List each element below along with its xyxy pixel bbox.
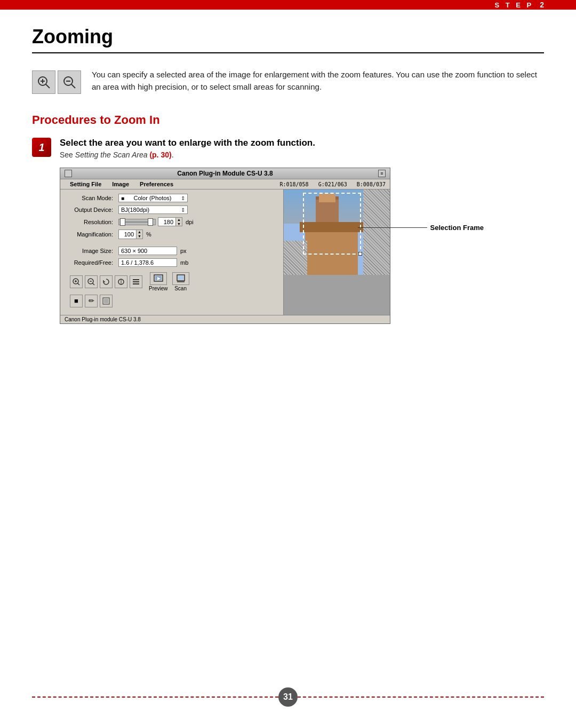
step-1-main-text: Select the area you want to enlarge with… xyxy=(60,138,544,148)
svg-line-1 xyxy=(46,84,50,88)
image-size-value: 630 × 900 xyxy=(121,248,147,254)
resolution-row: Resolution: 180 xyxy=(66,217,278,226)
tool-zoom-out[interactable] xyxy=(85,275,98,288)
resolution-label: Resolution: xyxy=(66,219,116,225)
svg-line-5 xyxy=(71,84,75,88)
zoom-icons xyxy=(32,70,81,94)
resolution-spinner[interactable]: 180 ▲ ▼ xyxy=(158,217,182,226)
procedures-section: Procedures to Zoom In 1 Select the area … xyxy=(32,113,544,324)
step-letters: S T E P xyxy=(494,1,533,9)
zoom-in-icon xyxy=(32,70,55,94)
app-controls: Scan Mode: ■ Color (Photos) ⇕ Ou xyxy=(60,189,283,315)
image-size-unit: px xyxy=(180,248,187,254)
menu-stats: R:018/058 G:021/063 B:008/037 xyxy=(279,181,386,187)
step-1-sub-text: See Setting the Scan Area (p. 30). xyxy=(60,151,544,159)
preview-button-group[interactable]: Preview xyxy=(149,272,168,291)
magnification-down[interactable]: ▼ xyxy=(137,234,142,239)
intro-section: You can specify a selected area of the i… xyxy=(32,68,544,94)
bottom-section: 31 xyxy=(0,687,576,707)
app-toolbar: Preview Scan xyxy=(66,270,278,294)
preview-icon[interactable] xyxy=(150,272,167,285)
required-free-unit: mb xyxy=(180,259,188,266)
required-free-input: 1.6 / 1,378.6 xyxy=(118,258,177,267)
window-zoom-box[interactable]: ≡ xyxy=(378,170,386,177)
dash-right xyxy=(298,697,544,698)
step-1-row: 1 Select the area you want to enlarge wi… xyxy=(32,138,544,324)
svg-rect-26 xyxy=(104,299,108,303)
section-heading: Procedures to Zoom In xyxy=(32,113,544,127)
app-statusbar: Canon Plug-in module CS-U 3.8 xyxy=(60,315,390,323)
svg-line-8 xyxy=(78,283,80,285)
svg-rect-18 xyxy=(133,283,139,284)
magnification-row: Magnification: 100 ▲ ▼ xyxy=(66,230,278,239)
scan-mode-value: Color (Photos) xyxy=(134,195,172,201)
resolution-down[interactable]: ▼ xyxy=(176,222,182,226)
menu-setting-file[interactable]: Setting File xyxy=(65,180,107,188)
step-1-sub-prefix: See xyxy=(60,151,75,159)
resolution-unit: dpi xyxy=(186,219,194,225)
scan-button-group[interactable]: Scan xyxy=(172,272,189,291)
zoom-out-icon xyxy=(58,70,81,94)
intro-text: You can specify a selected area of the i… xyxy=(92,68,544,93)
tool-black[interactable]: ■ xyxy=(70,295,83,307)
app-menubar: Setting File Image Preferences R:018/058… xyxy=(60,179,390,189)
app-window-wrapper: Canon Plug-in Module CS-U 3.8 ≡ Setting … xyxy=(60,168,390,324)
scan-mode-label: Scan Mode: xyxy=(66,195,116,201)
magnification-value: 100 xyxy=(119,231,136,238)
dash-left xyxy=(32,697,278,698)
output-device-input[interactable]: BJ(180dpi) ⇕ xyxy=(118,205,188,214)
tool-mirror[interactable] xyxy=(115,275,127,288)
app-title: Canon Plug-in Module CS-U 3.8 xyxy=(72,170,378,177)
tool-settings[interactable] xyxy=(130,275,142,288)
scan-icon[interactable] xyxy=(172,272,189,285)
stat-g: G:021/063 xyxy=(318,181,347,187)
step-1-content: Select the area you want to enlarge with… xyxy=(60,138,544,324)
stat-b: B:008/037 xyxy=(357,181,386,187)
step-1-sub-italic: Setting the Scan Area xyxy=(75,151,148,159)
tool-zoom-in[interactable] xyxy=(70,275,83,288)
magnification-unit: % xyxy=(146,231,151,238)
resolution-value: 180 xyxy=(158,218,175,226)
svg-rect-17 xyxy=(133,281,139,282)
page-number: 31 xyxy=(283,692,293,702)
page-number-badge: 31 xyxy=(278,687,298,707)
svg-rect-16 xyxy=(133,279,139,280)
image-size-label: Image Size: xyxy=(66,248,116,254)
svg-rect-23 xyxy=(178,276,183,280)
step-number-display: 2 xyxy=(540,1,544,9)
scan-mode-row: Scan Mode: ■ Color (Photos) ⇕ xyxy=(66,194,278,202)
tool-rotate[interactable] xyxy=(100,275,113,288)
magnification-up[interactable]: ▲ xyxy=(137,230,142,234)
menu-preferences[interactable]: Preferences xyxy=(134,180,179,188)
resolution-up[interactable]: ▲ xyxy=(176,218,182,222)
output-device-row: Output Device: BJ(180dpi) ⇕ xyxy=(66,205,278,214)
required-free-label: Required/Free: xyxy=(66,259,116,266)
app-window: Canon Plug-in Module CS-U 3.8 ≡ Setting … xyxy=(60,168,390,324)
magnification-spinner[interactable]: 100 ▲ ▼ xyxy=(118,230,143,239)
tool-edit[interactable]: ✏ xyxy=(85,295,98,307)
output-device-label: Output Device: xyxy=(66,207,116,213)
annotation-line xyxy=(358,227,427,228)
window-close-box[interactable] xyxy=(65,170,72,177)
app-body: Scan Mode: ■ Color (Photos) ⇕ Ou xyxy=(60,189,390,315)
tool-image2[interactable] xyxy=(100,295,113,307)
step-1-sub-suffix: . xyxy=(172,151,174,159)
top-bar: S T E P 2 xyxy=(0,0,576,10)
step-badge-1: 1 xyxy=(32,138,51,157)
page-title: Zooming xyxy=(32,26,544,48)
scan-mode-input[interactable]: ■ Color (Photos) ⇕ xyxy=(118,194,188,202)
stat-r: R:018/058 xyxy=(279,181,308,187)
title-underline xyxy=(32,52,544,53)
image-size-row: Image Size: 630 × 900 px xyxy=(66,247,278,255)
scan-label: Scan xyxy=(174,286,187,291)
magnification-label: Magnification: xyxy=(66,231,116,238)
menu-image[interactable]: Image xyxy=(107,180,134,188)
preview-label: Preview xyxy=(149,286,168,291)
selection-frame-label: Selection Frame xyxy=(430,224,484,232)
svg-line-12 xyxy=(93,283,95,285)
scan-mode-arrow: ⇕ xyxy=(181,195,185,201)
output-device-value: BJ(180dpi) xyxy=(121,207,149,213)
required-free-value: 1.6 / 1,378.6 xyxy=(121,259,154,266)
step-1-sub-bold: (p. 30) xyxy=(148,151,172,159)
page-content: Zooming You can specify a selected xyxy=(0,10,576,369)
